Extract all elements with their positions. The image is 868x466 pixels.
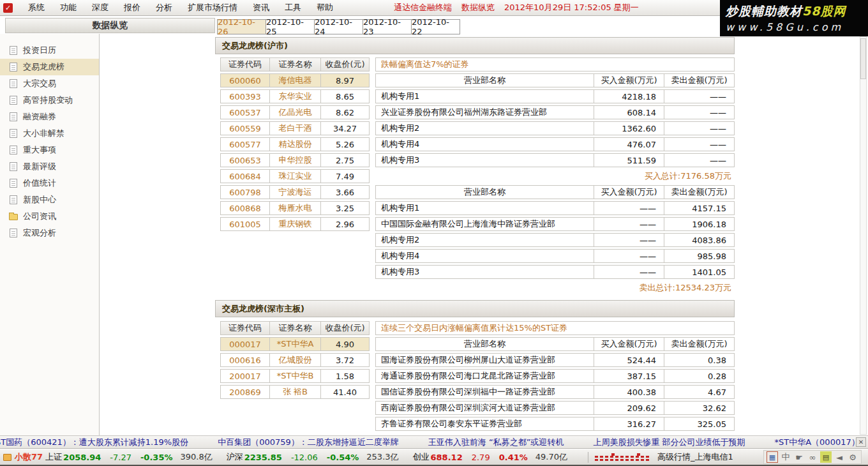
market-signal-icon[interactable] [595, 453, 651, 462]
index-change-pct: 0.41% [499, 453, 528, 462]
sidebar-item-最新评级[interactable]: 最新评级 [0, 158, 99, 175]
stock-table-sh: 证券代码证券名称收盘价(元)600060海信电器8.97600393东华实业8.… [220, 57, 370, 233]
date-tab-2012-10-24[interactable]: 2012-10-24 [314, 19, 363, 34]
stock-row[interactable]: 000616亿城股份3.72 [220, 353, 370, 367]
ad-title: 炒股輔助教材58股网 [726, 3, 868, 20]
stock-code: 600537 [220, 105, 270, 119]
stock-row[interactable]: 600577精达股份5.26 [220, 137, 370, 151]
stock-name: 老白干酒 [270, 121, 321, 135]
stock-close-price: 7.49 [321, 169, 370, 183]
connection-icon[interactable]: ∞ [807, 451, 818, 463]
column-header: 收盘价(元) [321, 321, 370, 335]
user-icon [3, 454, 11, 461]
broker-name: 机构专用4 [375, 249, 594, 263]
sidebar-item-label: 最新评级 [23, 161, 56, 172]
sidebar-item-宏观分析[interactable]: 宏观分析 [0, 225, 99, 241]
column-header: 证券名称 [270, 321, 321, 335]
date-tab-2012-10-25[interactable]: 2012-10-25 [266, 19, 315, 34]
sell-amount: 985.98 [664, 249, 735, 263]
index-沪深[interactable]: 沪深2235.85-12.06-0.54%253.3亿 [227, 451, 413, 463]
menu-item-深度[interactable]: 深度 [84, 2, 116, 13]
menu-item-功能[interactable]: 功能 [52, 2, 84, 13]
menu-item-报价[interactable]: 报价 [116, 2, 148, 13]
index-value: 2058.94 [63, 453, 101, 462]
menu-item-扩展市场行情[interactable]: 扩展市场行情 [180, 2, 245, 13]
menu-items: 系统功能深度报价分析扩展市场行情资讯工具帮助 [20, 2, 341, 13]
menu-item-帮助[interactable]: 帮助 [309, 2, 341, 13]
buy-amount: 400.38 [594, 385, 664, 399]
stock-row[interactable]: 600393东华实业8.65 [220, 89, 370, 103]
scrollbar-thumb[interactable] [860, 38, 866, 79]
stock-row[interactable]: 600798宁波海运3.66 [220, 185, 370, 199]
stock-table-header: 证券代码证券名称收盘价(元) [220, 321, 370, 335]
hand-cursor-icon[interactable]: ☛ [793, 451, 805, 463]
stock-row[interactable]: 601005重庆钢铁2.96 [220, 217, 370, 231]
stock-close-price: 2.96 [321, 217, 370, 231]
sidebar-item-label: 大宗交易 [23, 78, 56, 89]
speaker-icon[interactable]: ◄ [834, 451, 845, 463]
menu-item-工具[interactable]: 工具 [277, 2, 309, 13]
sidebar-item-公司资讯[interactable]: 公司资讯 [0, 208, 99, 225]
broker-name: 齐鲁证券有限公司泰安东平证券营业部 [375, 417, 594, 431]
quote-window-icon[interactable]: ▦ [767, 451, 778, 463]
sidebar-item-交易龙虎榜[interactable]: 交易龙虎榜 [0, 59, 99, 75]
stock-row[interactable]: 600060海信电器8.97 [220, 73, 370, 87]
menu-item-系统[interactable]: 系统 [20, 2, 52, 13]
broker-row: 兴业证券股份有限公司福州湖东路证券营业部608.14—— [375, 105, 735, 119]
keyboard-icon[interactable]: ▤ [820, 451, 832, 463]
sidebar-item-label: 大小非解禁 [23, 128, 64, 139]
sidebar-item-label: 新股中心 [23, 194, 56, 206]
index-turnover: 390.8亿 [180, 451, 212, 463]
broker-row: 海通证券股份有限公司海口龙昆北路证券营业部387.150.28 [375, 369, 735, 383]
sidebar-item-大宗交易[interactable]: 大宗交易 [0, 75, 99, 92]
vertical-scrollbar[interactable] [860, 36, 867, 435]
date-tab-2012-10-26[interactable]: 2012-10-26 [217, 19, 266, 34]
divider [588, 452, 588, 463]
close-icon[interactable]: ✕ [856, 437, 866, 447]
sidebar-item-投资日历[interactable]: 投资日历 [0, 42, 99, 59]
stock-close-price: 3.66 [321, 185, 370, 199]
buy-amount: —— [594, 265, 664, 279]
news-item[interactable]: 上周美股损失惨重 部分公司业绩低于预期 [593, 437, 745, 448]
wrench-icon[interactable]: ⚙ [847, 451, 858, 463]
news-item[interactable]: ST国药（600421）：遭大股东累计减持1.19%股份 [0, 437, 188, 448]
stock-row[interactable]: 600868梅雁水电3.25 [220, 201, 370, 215]
index-创业[interactable]: 创业688.122.790.41%49.70亿 [413, 451, 581, 463]
stock-row[interactable]: 000017*ST中华A4.90 [220, 337, 370, 351]
stock-row[interactable]: 200017*ST中华B1.58 [220, 369, 370, 383]
app-logo-icon: ✓ [3, 3, 13, 13]
index-上证[interactable]: 上证2058.94-7.27-0.35%390.8亿 [45, 451, 227, 463]
date-tab-2012-10-22[interactable]: 2012-10-22 [411, 19, 460, 34]
column-header: 证券代码 [220, 321, 270, 335]
stock-row[interactable]: 600653申华控股2.75 [220, 153, 370, 167]
index-label: 沪深 [227, 451, 243, 463]
stock-row[interactable]: 600684珠江实业7.49 [220, 169, 370, 183]
news-item[interactable]: *ST中华A（000017）：股票交易异常波动 [775, 437, 868, 448]
menu-item-分析[interactable]: 分析 [148, 2, 180, 13]
signal-flag-icon [637, 453, 640, 456]
stock-row[interactable]: 600559老白干酒34.27 [220, 121, 370, 135]
sidebar-item-大小非解禁[interactable]: 大小非解禁 [0, 125, 99, 142]
stock-row[interactable]: 200869张 裕B41.40 [220, 385, 370, 399]
column-header: 买入金额(万元) [594, 185, 664, 199]
sidebar-item-价值统计[interactable]: 价值统计 [0, 175, 99, 192]
stock-close-price: 3.25 [321, 201, 370, 215]
index-change: -12.06 [291, 453, 318, 462]
sidebar-item-新股中心[interactable]: 新股中心 [0, 192, 99, 208]
date-tab-2012-10-23[interactable]: 2012-10-23 [363, 19, 412, 34]
broker-name: 中国国际金融有限公司上海淮海中路证券营业部 [375, 217, 594, 231]
connection-status[interactable]: 高级行情_上海电信1 [657, 451, 733, 463]
news-item[interactable]: 王亚伟入驻前海 “私募之都”或迎转机 [428, 437, 564, 448]
sidebar-item-重大事项[interactable]: 重大事项 [0, 142, 99, 158]
stock-table-header: 证券代码证券名称收盘价(元) [220, 57, 370, 71]
sidebar-item-高管持股变动[interactable]: 高管持股变动 [0, 92, 99, 109]
chinese-input-icon[interactable]: 中 [780, 451, 791, 463]
market-indices: 上证2058.94-7.27-0.35%390.8亿沪深2235.85-12.0… [45, 451, 581, 463]
stock-code: 600868 [220, 201, 270, 215]
stock-row[interactable]: 600537亿晶光电8.62 [220, 105, 370, 119]
index-turnover: 253.3亿 [366, 451, 398, 463]
sidebar-item-融资融券[interactable]: 融资融券 [0, 109, 99, 125]
news-item[interactable]: 中百集团（000759）：二股东增持逼近二度举牌 [218, 437, 399, 448]
menu-item-资讯[interactable]: 资讯 [245, 2, 277, 13]
buy-amount: 4218.18 [594, 89, 664, 103]
